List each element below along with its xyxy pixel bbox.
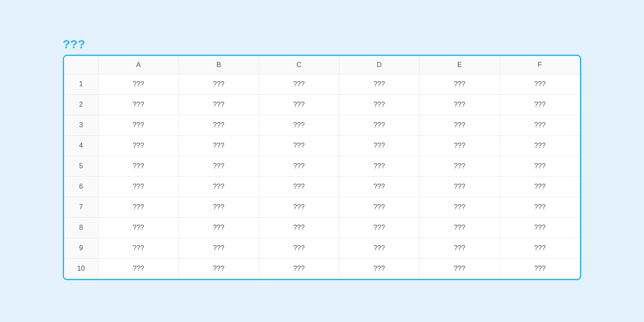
row-header-9[interactable]: 9: [64, 238, 98, 258]
col-header-C[interactable]: C: [259, 56, 339, 74]
cell-D10[interactable]: ???: [339, 258, 419, 279]
cell-B4[interactable]: ???: [179, 135, 259, 156]
spreadsheet: A B C D E F 1 ??? ??? ??? ??? ??? ???: [63, 55, 581, 280]
cell-E4[interactable]: ???: [419, 135, 500, 156]
row-header-4[interactable]: 4: [64, 135, 98, 156]
cell-B3[interactable]: ???: [179, 115, 259, 135]
cell-F5[interactable]: ???: [500, 156, 580, 176]
cell-A3[interactable]: ???: [98, 115, 179, 135]
cell-B2[interactable]: ???: [179, 94, 259, 115]
cell-F2[interactable]: ???: [500, 94, 580, 115]
cell-D9[interactable]: ???: [339, 238, 419, 258]
row-header-10[interactable]: 10: [64, 258, 98, 279]
cell-E1[interactable]: ???: [419, 74, 500, 94]
cell-C6[interactable]: ???: [259, 176, 339, 197]
spreadsheet-container: ??? A B C D E F 1 ??? ??? ???: [63, 38, 581, 280]
col-header-A[interactable]: A: [98, 56, 179, 74]
cell-E8[interactable]: ???: [419, 217, 500, 238]
cell-C3[interactable]: ???: [259, 115, 339, 135]
cell-F8[interactable]: ???: [500, 217, 580, 238]
cell-D2[interactable]: ???: [339, 94, 419, 115]
cell-B7[interactable]: ???: [179, 197, 259, 217]
col-header-D[interactable]: D: [339, 56, 419, 74]
table-row: 3 ??? ??? ??? ??? ??? ???: [64, 115, 580, 135]
table-row: 4 ??? ??? ??? ??? ??? ???: [64, 135, 580, 156]
cell-F10[interactable]: ???: [500, 258, 580, 279]
cell-D1[interactable]: ???: [339, 74, 419, 94]
col-header-F[interactable]: F: [500, 56, 580, 74]
cell-C1[interactable]: ???: [259, 74, 339, 94]
cell-A8[interactable]: ???: [98, 217, 179, 238]
cell-F6[interactable]: ???: [500, 176, 580, 197]
row-header-5[interactable]: 5: [64, 156, 98, 176]
cell-E2[interactable]: ???: [419, 94, 500, 115]
table-row: 7 ??? ??? ??? ??? ??? ???: [64, 197, 580, 217]
cell-A7[interactable]: ???: [98, 197, 179, 217]
cell-B8[interactable]: ???: [179, 217, 259, 238]
row-header-6[interactable]: 6: [64, 176, 98, 197]
table-row: 6 ??? ??? ??? ??? ??? ???: [64, 176, 580, 197]
cell-C5[interactable]: ???: [259, 156, 339, 176]
cell-D8[interactable]: ???: [339, 217, 419, 238]
cell-E7[interactable]: ???: [419, 197, 500, 217]
sheet-title: ???: [63, 38, 581, 51]
cell-A4[interactable]: ???: [98, 135, 179, 156]
cell-E5[interactable]: ???: [419, 156, 500, 176]
cell-C9[interactable]: ???: [259, 238, 339, 258]
cell-A2[interactable]: ???: [98, 94, 179, 115]
cell-A9[interactable]: ???: [98, 238, 179, 258]
column-header-row: A B C D E F: [64, 56, 580, 74]
cell-D5[interactable]: ???: [339, 156, 419, 176]
table-row: 9 ??? ??? ??? ??? ??? ???: [64, 238, 580, 258]
cell-A1[interactable]: ???: [98, 74, 179, 94]
row-header-7[interactable]: 7: [64, 197, 98, 217]
grid: A B C D E F 1 ??? ??? ??? ??? ??? ???: [64, 56, 580, 279]
table-row: 8 ??? ??? ??? ??? ??? ???: [64, 217, 580, 238]
corner-cell[interactable]: [64, 56, 98, 74]
table-row: 2 ??? ??? ??? ??? ??? ???: [64, 94, 580, 115]
cell-C8[interactable]: ???: [259, 217, 339, 238]
cell-F3[interactable]: ???: [500, 115, 580, 135]
cell-D3[interactable]: ???: [339, 115, 419, 135]
cell-F1[interactable]: ???: [500, 74, 580, 94]
cell-C2[interactable]: ???: [259, 94, 339, 115]
table-row: 5 ??? ??? ??? ??? ??? ???: [64, 156, 580, 176]
cell-E3[interactable]: ???: [419, 115, 500, 135]
col-header-E[interactable]: E: [419, 56, 500, 74]
row-header-8[interactable]: 8: [64, 217, 98, 238]
cell-A10[interactable]: ???: [98, 258, 179, 279]
row-header-1[interactable]: 1: [64, 74, 98, 94]
cell-E9[interactable]: ???: [419, 238, 500, 258]
cell-B6[interactable]: ???: [179, 176, 259, 197]
cell-B1[interactable]: ???: [179, 74, 259, 94]
table-row: 1 ??? ??? ??? ??? ??? ???: [64, 74, 580, 94]
cell-A6[interactable]: ???: [98, 176, 179, 197]
table-row: 10 ??? ??? ??? ??? ??? ???: [64, 258, 580, 279]
cell-C10[interactable]: ???: [259, 258, 339, 279]
cell-B5[interactable]: ???: [179, 156, 259, 176]
cell-B9[interactable]: ???: [179, 238, 259, 258]
row-header-2[interactable]: 2: [64, 94, 98, 115]
cell-C7[interactable]: ???: [259, 197, 339, 217]
cell-A5[interactable]: ???: [98, 156, 179, 176]
row-header-3[interactable]: 3: [64, 115, 98, 135]
cell-C4[interactable]: ???: [259, 135, 339, 156]
col-header-B[interactable]: B: [179, 56, 259, 74]
cell-D7[interactable]: ???: [339, 197, 419, 217]
cell-F9[interactable]: ???: [500, 238, 580, 258]
cell-B10[interactable]: ???: [179, 258, 259, 279]
cell-D6[interactable]: ???: [339, 176, 419, 197]
cell-E6[interactable]: ???: [419, 176, 500, 197]
cell-E10[interactable]: ???: [419, 258, 500, 279]
cell-F7[interactable]: ???: [500, 197, 580, 217]
cell-D4[interactable]: ???: [339, 135, 419, 156]
cell-F4[interactable]: ???: [500, 135, 580, 156]
